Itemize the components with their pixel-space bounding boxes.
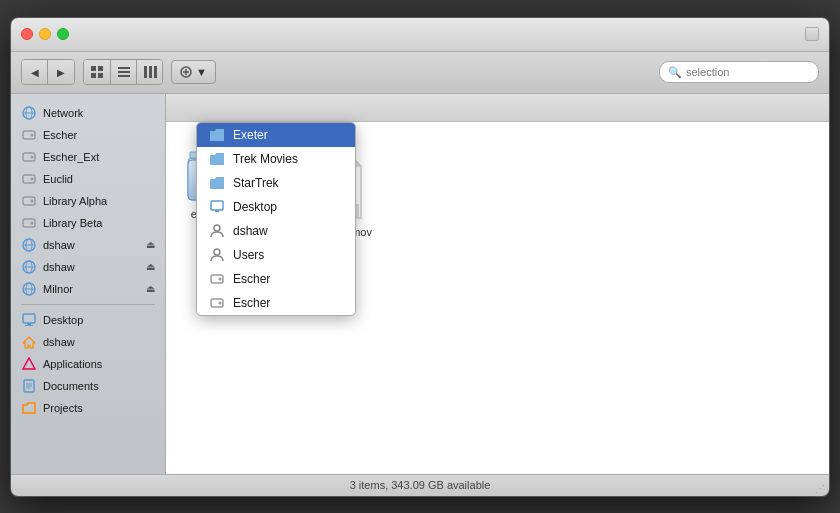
sidebar-label: dshaw — [43, 239, 75, 251]
finder-window: ◀ ▶ ▼ 🔍 — [10, 17, 830, 497]
sidebar-item-documents[interactable]: Documents — [11, 375, 165, 397]
sidebar-item-network[interactable]: Network — [11, 102, 165, 124]
sidebar-label: dshaw — [43, 336, 75, 348]
resize-button[interactable] — [805, 27, 819, 41]
statusbar: 3 items, 343.09 GB available ⋰ — [11, 474, 829, 496]
svg-point-17 — [31, 133, 34, 136]
globe-icon — [21, 259, 37, 275]
svg-rect-0 — [91, 66, 96, 71]
dropdown-label: Escher — [233, 296, 270, 310]
desktop-icon — [21, 312, 37, 328]
svg-point-21 — [31, 177, 34, 180]
svg-rect-3 — [98, 73, 103, 78]
sidebar-label: Euclid — [43, 173, 73, 185]
dropdown-item-escher1[interactable]: Escher — [197, 267, 355, 291]
dropdown-label: Escher — [233, 272, 270, 286]
svg-rect-36 — [27, 323, 31, 325]
sidebar-label: Escher — [43, 129, 77, 141]
dropdown-label: Users — [233, 248, 264, 262]
nav-buttons: ◀ ▶ — [21, 59, 75, 85]
eject-icon[interactable]: ⏏ — [146, 283, 155, 294]
svg-rect-37 — [25, 325, 33, 326]
dropdown-label: StarTrek — [233, 176, 279, 190]
forward-button[interactable]: ▶ — [48, 60, 74, 84]
content-area: Network Escher Escher_Ext Euclid — [11, 94, 829, 474]
eject-icon[interactable]: ⏏ — [146, 239, 155, 250]
sidebar-item-euclid[interactable]: Euclid — [11, 168, 165, 190]
search-box[interactable]: 🔍 — [659, 61, 819, 83]
dropdown-label: Desktop — [233, 200, 277, 214]
sidebar-label: Library Beta — [43, 217, 102, 229]
sidebar-label: Network — [43, 107, 83, 119]
dropdown-item-dshaw[interactable]: dshaw — [197, 219, 355, 243]
sidebar-item-library-alpha[interactable]: Library Alpha — [11, 190, 165, 212]
hdd-icon — [21, 127, 37, 143]
sidebar-item-dshaw1[interactable]: dshaw ⏏ — [11, 234, 165, 256]
svg-rect-44 — [211, 201, 223, 210]
hdd-icon — [21, 149, 37, 165]
home-icon — [21, 334, 37, 350]
action-button[interactable]: ▼ — [171, 60, 216, 84]
dropdown-label: dshaw — [233, 224, 268, 238]
svg-rect-4 — [118, 67, 130, 69]
hdd-icon — [209, 271, 225, 287]
resize-grip[interactable]: ⋰ — [815, 483, 825, 494]
svg-rect-2 — [91, 73, 96, 78]
sidebar-label: dshaw — [43, 261, 75, 273]
dropdown-item-desktop[interactable]: Desktop — [197, 195, 355, 219]
svg-rect-45 — [215, 210, 219, 212]
svg-rect-35 — [23, 314, 35, 323]
breadcrumb-bar — [166, 94, 829, 122]
sidebar: Network Escher Escher_Ext Euclid — [11, 94, 166, 474]
svg-point-25 — [31, 221, 34, 224]
sidebar-item-escher[interactable]: Escher — [11, 124, 165, 146]
zoom-button[interactable] — [57, 28, 69, 40]
sidebar-separator — [21, 304, 155, 305]
sidebar-item-applications[interactable]: Applications — [11, 353, 165, 375]
svg-point-46 — [214, 225, 220, 231]
svg-rect-7 — [144, 66, 147, 78]
dropdown-item-exeter[interactable]: Exeter — [197, 123, 355, 147]
sidebar-item-dshaw2[interactable]: dshaw ⏏ — [11, 256, 165, 278]
view-buttons — [83, 59, 163, 85]
sidebar-item-dshaw-home[interactable]: dshaw — [11, 331, 165, 353]
icon-view-button[interactable] — [84, 60, 110, 84]
svg-rect-5 — [118, 71, 130, 73]
traffic-lights — [21, 28, 69, 40]
titlebar — [11, 18, 829, 52]
dropdown-item-startrek[interactable]: StarTrek — [197, 171, 355, 195]
column-view-button[interactable] — [136, 60, 162, 84]
folder-icon — [209, 175, 225, 191]
action-dropdown-arrow: ▼ — [196, 66, 207, 78]
dropdown-label: Trek Movies — [233, 152, 298, 166]
dropdown-item-trek-movies[interactable]: Trek Movies — [197, 147, 355, 171]
dropdown-item-escher2[interactable]: Escher — [197, 291, 355, 315]
sidebar-label: Projects — [43, 402, 83, 414]
svg-marker-39 — [23, 358, 35, 369]
svg-rect-9 — [154, 66, 157, 78]
hdd-icon — [21, 215, 37, 231]
sidebar-item-projects[interactable]: Projects — [11, 397, 165, 419]
eject-icon[interactable]: ⏏ — [146, 261, 155, 272]
sidebar-item-milnor[interactable]: Milnor ⏏ — [11, 278, 165, 300]
minimize-button[interactable] — [39, 28, 51, 40]
close-button[interactable] — [21, 28, 33, 40]
sidebar-item-library-beta[interactable]: Library Beta — [11, 212, 165, 234]
list-view-button[interactable] — [110, 60, 136, 84]
documents-icon — [21, 378, 37, 394]
globe-icon — [21, 281, 37, 297]
back-button[interactable]: ◀ — [22, 60, 48, 84]
toolbar: ◀ ▶ ▼ 🔍 — [11, 52, 829, 94]
hdd-icon — [209, 295, 225, 311]
dropdown-label: Exeter — [233, 128, 268, 142]
sidebar-item-escher-ext[interactable]: Escher_Ext — [11, 146, 165, 168]
desktop-icon — [209, 199, 225, 215]
dropdown-item-users[interactable]: Users — [197, 243, 355, 267]
svg-point-19 — [31, 155, 34, 158]
main-content: Exeter Trek Movies StarTrek — [166, 94, 829, 474]
sidebar-item-desktop[interactable]: Desktop — [11, 309, 165, 331]
sidebar-label: Desktop — [43, 314, 83, 326]
user-icon — [209, 247, 225, 263]
search-input[interactable] — [686, 66, 810, 78]
globe-icon — [21, 105, 37, 121]
